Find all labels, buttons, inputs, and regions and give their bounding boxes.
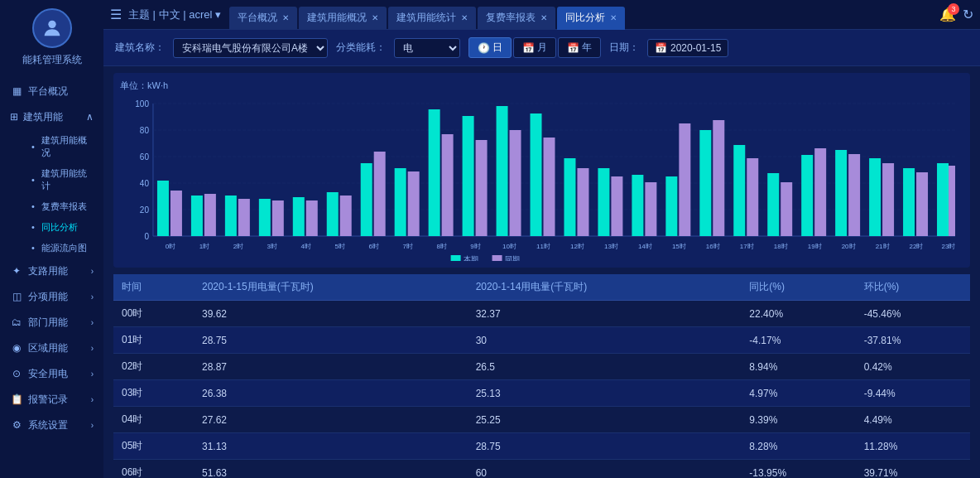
notification-button[interactable]: 🔔 3: [939, 7, 956, 22]
svg-rect-63: [713, 120, 724, 236]
tab-building-stats[interactable]: 建筑用能统计 ✕: [388, 7, 476, 30]
svg-rect-77: [869, 158, 881, 236]
svg-text:3时: 3时: [267, 243, 277, 250]
hamburger-icon[interactable]: ☰: [110, 7, 122, 22]
svg-text:17时: 17时: [740, 243, 754, 250]
svg-rect-44: [497, 106, 508, 236]
svg-rect-42: [476, 140, 488, 236]
content-area: 单位：kW·h 0 20 40 60 80: [103, 66, 980, 478]
sidebar-sub-flow[interactable]: 能源流向图: [15, 238, 103, 258]
svg-rect-27: [306, 200, 318, 236]
tab-close-platform[interactable]: ✕: [282, 13, 289, 22]
svg-rect-50: [564, 158, 575, 236]
svg-rect-32: [361, 163, 372, 236]
col-yoy: 同比(%): [741, 274, 855, 301]
sidebar-sub-stats[interactable]: 建筑用能统计: [15, 163, 103, 196]
sidebar-item-report[interactable]: 📋 报警记录 ›: [0, 387, 103, 413]
svg-rect-47: [531, 113, 542, 236]
btn-year[interactable]: 📅 年: [558, 37, 601, 58]
svg-rect-30: [340, 196, 352, 236]
sidebar-item-settings[interactable]: ⚙ 系统设置 ›: [0, 413, 103, 438]
svg-rect-29: [327, 192, 339, 236]
sidebar-sub-yoy[interactable]: 同比分析: [15, 217, 103, 238]
cell-yoy: 8.28%: [741, 433, 855, 460]
tab-platform[interactable]: 平台概况 ✕: [229, 7, 297, 30]
svg-rect-81: [916, 172, 928, 236]
svg-rect-78: [882, 163, 894, 236]
building-select[interactable]: 安科瑞电气股份有限公司A楼: [173, 38, 328, 58]
cell-current: 28.75: [194, 327, 468, 354]
building-icon: ⊞: [10, 111, 18, 123]
cell-current: 26.38: [194, 380, 468, 407]
svg-rect-66: [747, 158, 758, 236]
chevron-right-icon6: ›: [91, 395, 94, 404]
svg-point-0: [48, 21, 55, 28]
svg-rect-56: [632, 175, 643, 236]
svg-rect-84: [949, 166, 955, 236]
col-current: 2020-1-15用电量(千瓦时): [194, 274, 468, 301]
sidebar-item-dept[interactable]: 🗂 部门用能 ›: [0, 310, 103, 336]
sidebar-item-branch[interactable]: ✦ 支路用能 ›: [0, 258, 103, 284]
cell-time: 00时: [113, 301, 194, 327]
svg-rect-33: [374, 152, 386, 236]
svg-text:8时: 8时: [436, 243, 446, 250]
tab-yoy[interactable]: 同比分析 ✕: [557, 7, 625, 30]
svg-text:1时: 1时: [199, 243, 209, 250]
svg-rect-48: [543, 138, 555, 236]
sidebar-sub-overview[interactable]: 建筑用能概况: [15, 130, 103, 163]
svg-rect-26: [293, 197, 305, 236]
sidebar-item-safety[interactable]: ⊙ 安全用电 ›: [0, 361, 103, 387]
svg-text:9时: 9时: [470, 243, 480, 250]
sidebar-item-platform[interactable]: ▦ 平台概况: [0, 79, 103, 104]
tab-close-building-stats[interactable]: ✕: [461, 13, 468, 22]
tab-close-building-overview[interactable]: ✕: [372, 13, 378, 22]
tab-building-overview[interactable]: 建筑用能概况 ✕: [299, 7, 387, 30]
svg-text:80: 80: [140, 126, 150, 135]
category-select[interactable]: 电: [394, 38, 460, 58]
sidebar-sub-building: 建筑用能概况 建筑用能统计 复费率报表 同比分析 能源流向图: [0, 130, 103, 258]
svg-rect-38: [429, 109, 440, 236]
refresh-button[interactable]: ↻: [963, 7, 973, 22]
area-icon: ◉: [10, 341, 23, 355]
chevron-right-icon4: ›: [91, 344, 94, 353]
svg-rect-23: [259, 199, 271, 236]
date-picker[interactable]: 📅 2020-01-15: [647, 39, 728, 57]
cell-yoy: -4.17%: [741, 327, 855, 354]
sidebar-item-area[interactable]: ◉ 区域用能 ›: [0, 336, 103, 361]
cell-mom: 39.71%: [856, 460, 970, 479]
sidebar-sub-tariff[interactable]: 复费率报表: [15, 196, 103, 217]
btn-day[interactable]: 🕐 日: [468, 37, 512, 58]
svg-text:11时: 11时: [536, 243, 550, 250]
table-row: 00时39.6232.3722.40%-45.46%: [113, 301, 970, 327]
main-content: ☰ 主题 | 中文 | acrel ▾ 平台概况 ✕ 建筑用能概况 ✕ 建筑用能…: [103, 0, 980, 478]
cell-yoy: 9.39%: [741, 407, 855, 433]
svg-rect-80: [903, 168, 915, 236]
svg-text:20时: 20时: [842, 243, 856, 250]
chart-container: 单位：kW·h 0 20 40 60 80: [113, 73, 970, 268]
sidebar-item-building[interactable]: ⊞ 建筑用能 ∧: [0, 104, 103, 130]
sidebar-item-division[interactable]: ◫ 分项用能 ›: [0, 284, 103, 310]
chart-unit: 单位：kW·h: [120, 80, 963, 92]
svg-text:2时: 2时: [233, 243, 243, 250]
svg-text:60: 60: [140, 152, 150, 162]
svg-text:14时: 14时: [638, 243, 652, 250]
tab-close-tariff[interactable]: ✕: [540, 13, 547, 22]
svg-text:20: 20: [140, 205, 150, 215]
svg-text:10时: 10时: [502, 243, 516, 250]
table-row: 06时51.6360-13.95%39.71%: [113, 460, 970, 479]
chevron-right-icon2: ›: [91, 292, 94, 302]
svg-rect-41: [463, 116, 474, 236]
data-table: 时间 2020-1-15用电量(千瓦时) 2020-1-14用电量(千瓦时) 同…: [113, 274, 970, 478]
svg-rect-51: [577, 168, 588, 236]
svg-rect-62: [699, 130, 711, 236]
cell-yoy: -13.95%: [741, 460, 855, 479]
tab-close-yoy[interactable]: ✕: [610, 13, 617, 22]
notification-badge: 3: [948, 3, 959, 15]
dept-icon: 🗂: [10, 316, 23, 329]
division-icon: ◫: [10, 290, 23, 303]
svg-text:12时: 12时: [570, 243, 584, 250]
tab-tariff[interactable]: 复费率报表 ✕: [478, 7, 555, 30]
branch-icon: ✦: [10, 264, 23, 278]
btn-month[interactable]: 📅 月: [513, 37, 556, 58]
svg-text:0: 0: [144, 232, 149, 241]
